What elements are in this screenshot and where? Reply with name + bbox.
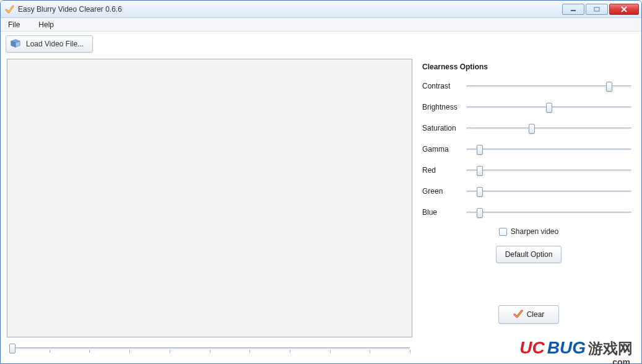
clear-label: Clear [527, 310, 545, 319]
maximize-icon [594, 7, 600, 12]
slider-thumb[interactable] [606, 82, 612, 92]
app-icon [4, 4, 14, 14]
slider-label: Saturation [422, 124, 462, 132]
slider-label: Green [422, 187, 462, 196]
clear-row: Clear [436, 305, 622, 324]
load-video-label: Load Video File... [26, 40, 84, 48]
toolbar: Load Video File... [1, 32, 641, 56]
slider-thumb[interactable] [477, 145, 483, 155]
slider-label: Gamma [422, 145, 462, 154]
maximize-button[interactable] [586, 4, 608, 15]
blue-slider[interactable] [462, 206, 635, 219]
load-video-button[interactable]: Load Video File... [6, 35, 93, 53]
minimize-icon [570, 7, 576, 12]
slider-track [466, 170, 631, 171]
brightness-slider[interactable] [462, 101, 635, 113]
video-preview [7, 59, 412, 337]
menu-help[interactable]: Help [35, 19, 58, 30]
close-button[interactable] [609, 4, 639, 15]
slider-row-brightness: Brightness [422, 101, 635, 113]
svg-rect-1 [594, 7, 599, 11]
menubar: File Help [1, 18, 641, 32]
window-controls [561, 4, 639, 15]
slider-row-contrast: Contrast [422, 80, 635, 92]
default-option-button[interactable]: Default Option [496, 246, 562, 263]
close-icon [620, 6, 628, 12]
slider-track [466, 191, 631, 193]
timeline-track [9, 347, 410, 349]
sharpen-checkbox-row[interactable]: Sharpen video [499, 227, 558, 236]
slider-thumb[interactable] [529, 124, 535, 134]
timeline-thumb[interactable] [9, 344, 15, 353]
svg-rect-0 [571, 10, 576, 11]
book-icon [10, 38, 21, 51]
slider-row-gamma: Gamma [422, 143, 635, 155]
timeline-slider[interactable] [7, 341, 412, 357]
slider-row-saturation: Saturation [422, 122, 635, 134]
saturation-slider[interactable] [462, 122, 635, 134]
slider-thumb[interactable] [477, 208, 483, 218]
sharpen-label: Sharpen video [511, 227, 558, 236]
slider-thumb[interactable] [546, 103, 552, 113]
green-slider[interactable] [462, 185, 635, 197]
timeline-ticks [9, 350, 410, 353]
check-icon [513, 310, 523, 320]
slider-label: Blue [422, 208, 462, 217]
slider-label: Contrast [422, 82, 462, 90]
application-window: Easy Blurry Video Clearer 0.6.6 File Hel… [0, 0, 642, 364]
slider-label: Red [422, 166, 462, 175]
slider-label: Brightness [422, 103, 462, 111]
gamma-slider[interactable] [462, 143, 635, 155]
contrast-slider[interactable] [462, 80, 635, 92]
sharpen-checkbox[interactable] [499, 228, 507, 236]
preview-column [7, 59, 412, 357]
slider-row-blue: Blue [422, 206, 635, 219]
options-title: Clearness Options [422, 63, 635, 71]
default-option-label: Default Option [505, 250, 553, 259]
titlebar[interactable]: Easy Blurry Video Clearer 0.6.6 [1, 1, 641, 18]
window-title: Easy Blurry Video Clearer 0.6.6 [18, 5, 561, 14]
slider-track [466, 128, 631, 129]
minimize-button[interactable] [562, 4, 584, 15]
slider-thumb[interactable] [477, 187, 483, 197]
slider-row-red: Red [422, 164, 635, 176]
clear-button[interactable]: Clear [498, 305, 559, 324]
slider-track [466, 149, 631, 150]
slider-row-green: Green [422, 185, 635, 197]
slider-track [466, 212, 631, 214]
menu-file[interactable]: File [4, 19, 24, 30]
red-slider[interactable] [462, 164, 635, 176]
slider-thumb[interactable] [477, 166, 483, 176]
